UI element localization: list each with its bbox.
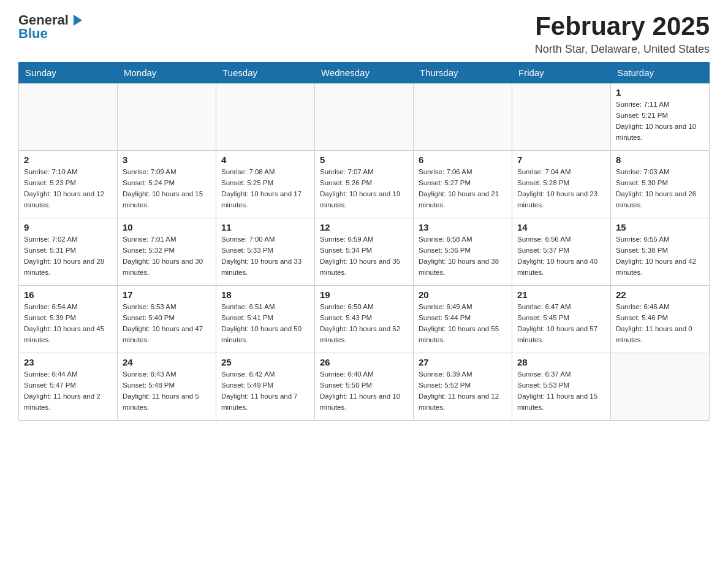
logo-blue-text: Blue xyxy=(18,26,48,42)
week-row-0: 1Sunrise: 7:11 AMSunset: 5:21 PMDaylight… xyxy=(19,83,710,151)
day-info: Sunrise: 7:07 AMSunset: 5:26 PMDaylight:… xyxy=(320,167,408,210)
calendar-cell: 19Sunrise: 6:50 AMSunset: 5:43 PMDayligh… xyxy=(315,286,414,353)
day-number: 17 xyxy=(123,289,211,300)
calendar-cell xyxy=(216,83,315,151)
day-number: 11 xyxy=(221,222,309,232)
calendar-cell: 9Sunrise: 7:02 AMSunset: 5:31 PMDaylight… xyxy=(19,218,118,286)
day-info: Sunrise: 6:50 AMSunset: 5:43 PMDaylight:… xyxy=(320,302,408,345)
calendar-header: SundayMondayTuesdayWednesdayThursdayFrid… xyxy=(19,63,710,83)
day-number: 5 xyxy=(320,155,408,165)
day-number: 16 xyxy=(24,289,112,300)
calendar-cell: 12Sunrise: 6:59 AMSunset: 5:34 PMDayligh… xyxy=(315,218,414,286)
calendar-cell: 8Sunrise: 7:03 AMSunset: 5:30 PMDaylight… xyxy=(611,151,710,218)
day-info: Sunrise: 7:01 AMSunset: 5:32 PMDaylight:… xyxy=(123,234,211,278)
day-number: 6 xyxy=(419,155,507,165)
day-number: 23 xyxy=(24,357,112,367)
week-row-3: 16Sunrise: 6:54 AMSunset: 5:39 PMDayligh… xyxy=(19,286,710,353)
day-number: 18 xyxy=(221,289,309,300)
calendar-cell: 25Sunrise: 6:42 AMSunset: 5:49 PMDayligh… xyxy=(216,353,315,421)
calendar-cell xyxy=(611,353,710,421)
day-header-wednesday: Wednesday xyxy=(315,63,414,83)
day-info: Sunrise: 6:49 AMSunset: 5:44 PMDaylight:… xyxy=(419,302,507,345)
day-number: 22 xyxy=(616,289,704,300)
day-info: Sunrise: 7:08 AMSunset: 5:25 PMDaylight:… xyxy=(221,167,309,210)
day-number: 12 xyxy=(320,222,408,232)
day-number: 13 xyxy=(419,222,507,232)
calendar-cell: 22Sunrise: 6:46 AMSunset: 5:46 PMDayligh… xyxy=(611,286,710,353)
day-info: Sunrise: 6:51 AMSunset: 5:41 PMDaylight:… xyxy=(221,302,309,345)
calendar-cell: 14Sunrise: 6:56 AMSunset: 5:37 PMDayligh… xyxy=(512,218,611,286)
calendar-table: SundayMondayTuesdayWednesdayThursdayFrid… xyxy=(18,62,710,421)
week-row-1: 2Sunrise: 7:10 AMSunset: 5:23 PMDaylight… xyxy=(19,151,710,218)
day-header-monday: Monday xyxy=(118,63,216,83)
calendar-body: 1Sunrise: 7:11 AMSunset: 5:21 PMDaylight… xyxy=(19,83,710,421)
calendar-cell: 28Sunrise: 6:37 AMSunset: 5:53 PMDayligh… xyxy=(512,353,611,421)
day-info: Sunrise: 6:40 AMSunset: 5:50 PMDaylight:… xyxy=(320,369,408,413)
day-number: 27 xyxy=(419,357,507,367)
day-info: Sunrise: 6:43 AMSunset: 5:48 PMDaylight:… xyxy=(123,369,211,413)
day-info: Sunrise: 6:42 AMSunset: 5:49 PMDaylight:… xyxy=(221,369,309,413)
day-number: 26 xyxy=(320,357,408,367)
day-number: 20 xyxy=(419,289,507,300)
logo: General Blue xyxy=(18,12,83,42)
calendar-cell: 16Sunrise: 6:54 AMSunset: 5:39 PMDayligh… xyxy=(19,286,118,353)
calendar-cell: 24Sunrise: 6:43 AMSunset: 5:48 PMDayligh… xyxy=(118,353,216,421)
day-number: 10 xyxy=(123,222,211,232)
day-number: 19 xyxy=(320,289,408,300)
calendar-cell: 4Sunrise: 7:08 AMSunset: 5:25 PMDaylight… xyxy=(216,151,315,218)
day-number: 25 xyxy=(221,357,309,367)
day-header-friday: Friday xyxy=(512,63,611,83)
logo-flag-icon xyxy=(70,13,83,27)
day-number: 2 xyxy=(24,155,112,165)
day-number: 4 xyxy=(221,155,309,165)
calendar-cell: 3Sunrise: 7:09 AMSunset: 5:24 PMDaylight… xyxy=(118,151,216,218)
day-info: Sunrise: 7:09 AMSunset: 5:24 PMDaylight:… xyxy=(123,167,211,210)
calendar-cell: 18Sunrise: 6:51 AMSunset: 5:41 PMDayligh… xyxy=(216,286,315,353)
day-info: Sunrise: 6:56 AMSunset: 5:37 PMDaylight:… xyxy=(517,234,605,278)
calendar-cell xyxy=(19,83,118,151)
day-info: Sunrise: 6:53 AMSunset: 5:40 PMDaylight:… xyxy=(123,302,211,345)
location-text: North Star, Delaware, United States xyxy=(535,43,710,56)
calendar-cell: 17Sunrise: 6:53 AMSunset: 5:40 PMDayligh… xyxy=(118,286,216,353)
day-number: 21 xyxy=(517,289,605,300)
day-header-thursday: Thursday xyxy=(414,63,512,83)
day-info: Sunrise: 6:46 AMSunset: 5:46 PMDaylight:… xyxy=(616,302,704,345)
day-number: 14 xyxy=(517,222,605,232)
day-header-saturday: Saturday xyxy=(611,63,710,83)
calendar-cell: 11Sunrise: 7:00 AMSunset: 5:33 PMDayligh… xyxy=(216,218,315,286)
day-info: Sunrise: 6:58 AMSunset: 5:36 PMDaylight:… xyxy=(419,234,507,278)
page-header: General Blue February 2025 North Star, D… xyxy=(18,12,710,56)
calendar-cell: 5Sunrise: 7:07 AMSunset: 5:26 PMDaylight… xyxy=(315,151,414,218)
day-info: Sunrise: 6:37 AMSunset: 5:53 PMDaylight:… xyxy=(517,369,605,413)
day-info: Sunrise: 7:04 AMSunset: 5:28 PMDaylight:… xyxy=(517,167,605,210)
day-info: Sunrise: 6:39 AMSunset: 5:52 PMDaylight:… xyxy=(419,369,507,413)
day-info: Sunrise: 7:02 AMSunset: 5:31 PMDaylight:… xyxy=(24,234,112,278)
day-info: Sunrise: 6:55 AMSunset: 5:38 PMDaylight:… xyxy=(616,234,704,278)
week-row-4: 23Sunrise: 6:44 AMSunset: 5:47 PMDayligh… xyxy=(19,353,710,421)
calendar-cell: 1Sunrise: 7:11 AMSunset: 5:21 PMDaylight… xyxy=(611,83,710,151)
title-block: February 2025 North Star, Delaware, Unit… xyxy=(535,12,710,56)
day-info: Sunrise: 7:00 AMSunset: 5:33 PMDaylight:… xyxy=(221,234,309,278)
day-number: 28 xyxy=(517,357,605,367)
calendar-cell: 6Sunrise: 7:06 AMSunset: 5:27 PMDaylight… xyxy=(414,151,512,218)
day-header-tuesday: Tuesday xyxy=(216,63,315,83)
calendar-cell xyxy=(118,83,216,151)
day-info: Sunrise: 6:44 AMSunset: 5:47 PMDaylight:… xyxy=(24,369,112,413)
day-info: Sunrise: 7:10 AMSunset: 5:23 PMDaylight:… xyxy=(24,167,112,210)
calendar-cell: 10Sunrise: 7:01 AMSunset: 5:32 PMDayligh… xyxy=(118,218,216,286)
day-header-sunday: Sunday xyxy=(19,63,118,83)
week-row-2: 9Sunrise: 7:02 AMSunset: 5:31 PMDaylight… xyxy=(19,218,710,286)
day-info: Sunrise: 6:54 AMSunset: 5:39 PMDaylight:… xyxy=(24,302,112,345)
day-number: 7 xyxy=(517,155,605,165)
calendar-cell: 27Sunrise: 6:39 AMSunset: 5:52 PMDayligh… xyxy=(414,353,512,421)
day-info: Sunrise: 6:47 AMSunset: 5:45 PMDaylight:… xyxy=(517,302,605,345)
day-number: 8 xyxy=(616,155,704,165)
month-title: February 2025 xyxy=(535,12,710,40)
calendar-cell: 20Sunrise: 6:49 AMSunset: 5:44 PMDayligh… xyxy=(414,286,512,353)
calendar-cell: 13Sunrise: 6:58 AMSunset: 5:36 PMDayligh… xyxy=(414,218,512,286)
day-info: Sunrise: 7:03 AMSunset: 5:30 PMDaylight:… xyxy=(616,167,704,210)
calendar-cell xyxy=(414,83,512,151)
calendar-cell: 21Sunrise: 6:47 AMSunset: 5:45 PMDayligh… xyxy=(512,286,611,353)
day-info: Sunrise: 6:59 AMSunset: 5:34 PMDaylight:… xyxy=(320,234,408,278)
calendar-cell: 26Sunrise: 6:40 AMSunset: 5:50 PMDayligh… xyxy=(315,353,414,421)
